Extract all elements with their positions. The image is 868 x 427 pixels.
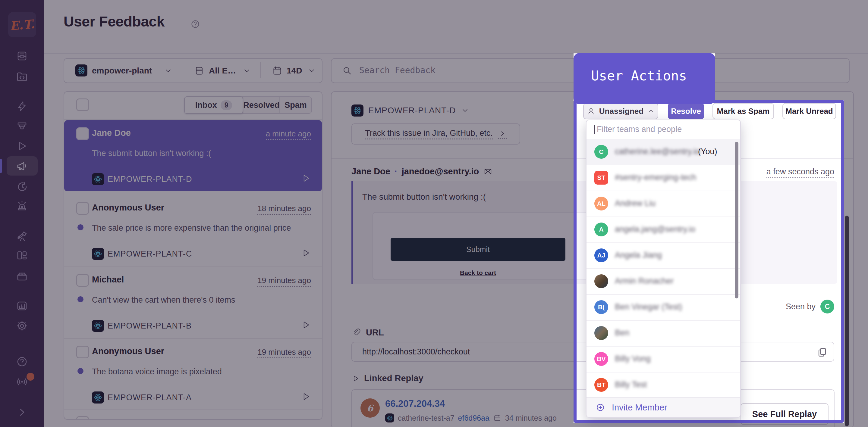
assignee-option[interactable]: BT Billy Test [587,372,740,398]
assignee-option[interactable]: A angela.jang@sentry.io [587,217,740,243]
member-name-redacted: #sentry-emerging-tech [615,173,696,182]
member-name-redacted: Armin Ronacher [615,276,674,286]
invite-member-row[interactable]: Invite Member [587,397,740,417]
assignee-option[interactable]: AJ Angela Jiang [587,242,740,269]
member-name-redacted: Andrew Liu [615,199,655,208]
assignee-option[interactable]: Ben [587,320,740,347]
avatar: AL [594,197,608,210]
dim-overlay [0,53,574,100]
assignee-option[interactable]: C catherine.lee@sentry.io (You) [587,139,740,165]
user-actions-tab: User Actions [574,53,715,104]
assignee-filter-input[interactable]: Filter teams and people [587,120,740,139]
assignee-option[interactable]: AL Andrew Liu [587,191,740,217]
avatar: C [594,145,608,159]
member-name-redacted: angela.jang@sentry.io [615,225,695,234]
dim-overlay [0,423,868,427]
app-screen: E.T. User Feedback empower-plant All E… [0,0,868,427]
avatar photo [594,274,608,288]
dim-overlay [0,0,868,53]
dim-overlay [0,100,574,423]
member-name-redacted: catherine.lee@sentry.io [615,147,700,156]
assignee-dropdown: Filter teams and people C catherine.lee@… [586,120,741,418]
avatar: ST [594,171,608,185]
avatar: BV [594,352,608,366]
member-name-redacted: Ben [615,328,629,337]
avatar: A [594,223,608,236]
assignee-option[interactable]: Armin Ronacher [587,268,740,295]
member-name-redacted: Angela Jiang [615,251,662,260]
assignee-option[interactable]: BV Billy Vong [587,346,740,372]
text-caret [594,125,595,134]
member-name-redacted: Billy Test [615,380,647,389]
assignee-option[interactable]: ST #sentry-emerging-tech [587,165,740,191]
assignee-option[interactable]: B( Ben Vinegar (Test) [587,294,740,321]
plus-circle-icon [595,402,606,413]
avatar: AJ [594,249,608,262]
avatar photo [594,326,608,340]
dim-overlay [844,100,868,423]
member-name-redacted: Ben Vinegar (Test) [615,302,682,312]
avatar: BT [594,378,608,392]
invite-member-label: Invite Member [612,403,667,413]
member-name-redacted: Billy Vong [615,354,651,363]
filter-placeholder: Filter teams and people [597,125,682,134]
user-actions-title: User Actions [591,68,687,84]
member-you-suffix: (You) [698,147,717,156]
avatar: B( [594,300,608,314]
dim-overlay [715,53,868,100]
dropdown-scrollbar[interactable] [735,142,738,298]
